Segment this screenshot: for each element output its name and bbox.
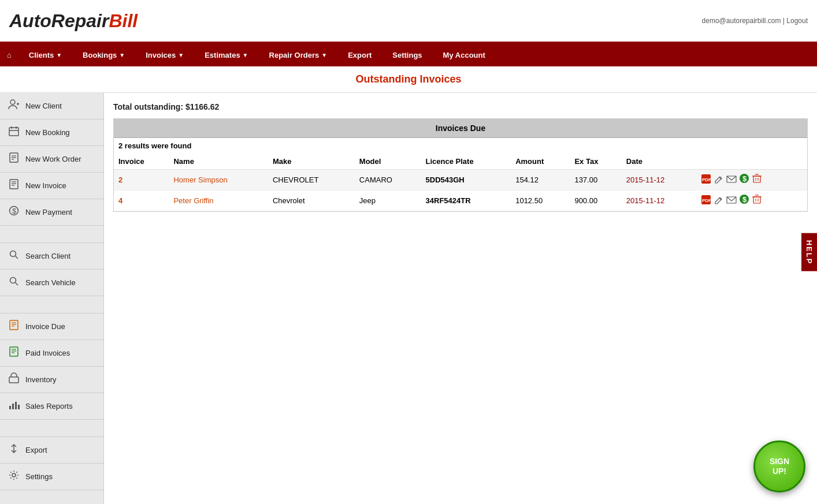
sidebar-item-new-booking[interactable]: New Booking: [0, 120, 103, 146]
nav-export[interactable]: Export: [337, 43, 382, 66]
cell-make: CHEVROLET: [268, 170, 355, 191]
sidebar: New Client New Booking New Work Order Ne…: [0, 93, 104, 504]
new-payment-icon: $: [7, 205, 21, 219]
nav-home[interactable]: ⌂: [0, 43, 18, 66]
page-title: Outstanding Invoices: [0, 66, 817, 93]
nav-my-account[interactable]: My Account: [433, 43, 496, 66]
invoices-table: Invoice Name Make Model Licence Plate Am…: [114, 154, 807, 211]
cell-invoice: 2: [114, 170, 169, 191]
new-client-icon: [7, 99, 21, 113]
payment-dollar-icon[interactable]: $: [739, 173, 749, 186]
edit-icon[interactable]: [714, 195, 724, 207]
nav-bookings[interactable]: Bookings▼: [72, 43, 135, 66]
pdf-icon[interactable]: PDF: [701, 174, 711, 186]
sidebar-item-settings[interactable]: Settings: [0, 464, 103, 490]
cell-licence: 34RF5424TR: [421, 191, 511, 211]
help-tab[interactable]: HELP: [801, 233, 817, 271]
col-name: Name: [169, 154, 268, 170]
layout: New Client New Booking New Work Order Ne…: [0, 93, 817, 504]
name-link[interactable]: Peter Griffin: [173, 196, 213, 205]
sidebar-item-export[interactable]: Export: [0, 437, 103, 464]
export-label: Export: [25, 446, 47, 454]
nav-repair-orders[interactable]: Repair Orders▼: [259, 43, 338, 66]
nav-clients[interactable]: Clients▼: [18, 43, 72, 66]
cell-invoice: 4: [114, 191, 169, 211]
nav-estimates-arrow: ▼: [243, 52, 248, 58]
settings-icon: [7, 469, 21, 484]
results-info: 2 results were found: [114, 138, 807, 154]
logo-red: Bill: [109, 10, 138, 31]
signup-button[interactable]: SIGNUP!: [753, 440, 805, 492]
delete-icon[interactable]: [752, 173, 762, 186]
invoice-link[interactable]: 2: [118, 176, 122, 184]
sidebar-item-sales-reports[interactable]: Sales Reports: [0, 393, 103, 420]
sidebar-divider-3: [0, 420, 103, 437]
new-booking-label: New Booking: [25, 128, 70, 137]
nav-invoices[interactable]: Invoices▼: [135, 43, 194, 66]
nav-clients-arrow: ▼: [56, 52, 62, 58]
sidebar-item-invoice-due[interactable]: Invoice Due: [0, 313, 103, 340]
paid-invoices-icon: [7, 346, 21, 360]
nav-invoices-arrow: ▼: [178, 52, 184, 58]
name-link[interactable]: Homer Simpson: [173, 176, 227, 184]
col-amount: Amount: [511, 154, 570, 170]
email-icon[interactable]: [726, 195, 737, 207]
table-row: 2 Homer Simpson CHEVROLET CAMARO 5DD543G…: [114, 170, 807, 191]
cell-name: Peter Griffin: [169, 191, 268, 211]
email-icon[interactable]: [726, 174, 737, 186]
svg-text:$: $: [742, 174, 747, 183]
cell-date: 2015-11-12: [622, 170, 697, 191]
payment-dollar-icon[interactable]: $: [739, 194, 749, 207]
col-invoice: Invoice: [114, 154, 169, 170]
search-vehicle-label: Search Vehicle: [25, 278, 76, 287]
logout-link[interactable]: Logout: [786, 17, 808, 25]
sidebar-item-paid-invoices[interactable]: Paid Invoices: [0, 340, 103, 367]
nav-bookings-arrow: ▼: [119, 52, 125, 58]
new-client-label: New Client: [25, 102, 62, 110]
svg-point-36: [12, 473, 16, 477]
svg-rect-33: [18, 405, 20, 409]
sidebar-item-new-client[interactable]: New Client: [0, 93, 103, 120]
nav-estimates[interactable]: Estimates▼: [194, 43, 258, 66]
sales-reports-label: Sales Reports: [25, 402, 73, 410]
svg-rect-29: [9, 377, 18, 383]
invoice-link[interactable]: 4: [118, 196, 122, 205]
sidebar-item-search-client[interactable]: Search Client: [0, 243, 103, 270]
delete-icon[interactable]: [752, 194, 762, 207]
svg-rect-30: [9, 406, 11, 409]
col-extax: Ex Tax: [570, 154, 621, 170]
sidebar-item-new-payment[interactable]: $ New Payment: [0, 199, 103, 226]
svg-rect-31: [12, 404, 14, 409]
nav-settings[interactable]: Settings: [382, 43, 432, 66]
new-invoice-label: New Invoice: [25, 181, 66, 190]
svg-text:PDF: PDF: [702, 198, 711, 203]
logo: AutoRepairBill: [9, 10, 138, 32]
sales-reports-icon: [7, 399, 21, 413]
svg-text:$: $: [12, 207, 17, 215]
invoice-due-label: Invoice Due: [25, 322, 65, 331]
sidebar-divider-2: [0, 296, 103, 313]
col-make: Make: [268, 154, 355, 170]
sidebar-divider-1: [0, 226, 103, 243]
sidebar-item-search-vehicle[interactable]: Search Vehicle: [0, 270, 103, 296]
invoices-table-section: Invoices Due 2 results were found Invoic…: [113, 118, 808, 212]
col-model: Model: [355, 154, 421, 170]
cell-make: Chevrolet: [268, 191, 355, 211]
svg-point-19: [10, 278, 16, 283]
new-work-order-label: New Work Order: [25, 155, 81, 163]
sidebar-item-new-work-order[interactable]: New Work Order: [0, 146, 103, 173]
sidebar-item-new-invoice[interactable]: New Invoice: [0, 173, 103, 199]
col-licence: Licence Plate: [421, 154, 511, 170]
cell-amount: 1012.50: [511, 191, 570, 211]
sidebar-item-inventory[interactable]: Inventory: [0, 367, 103, 393]
pdf-icon[interactable]: PDF: [701, 195, 711, 207]
edit-icon[interactable]: [714, 174, 724, 186]
logo-black: AutoRepair: [9, 10, 109, 31]
top-right-info: demo@autorepairbill.com | Logout: [702, 17, 808, 25]
export-icon: [7, 443, 21, 457]
svg-rect-11: [10, 180, 18, 189]
inventory-icon: [7, 372, 21, 387]
table-row: 4 Peter Griffin Chevrolet Jeep 34RF5424T…: [114, 191, 807, 211]
svg-rect-21: [10, 320, 18, 330]
new-booking-icon: [7, 125, 21, 140]
